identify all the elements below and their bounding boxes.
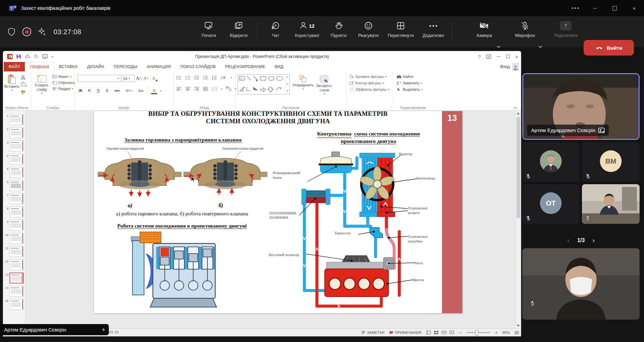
tab-insert[interactable]: ВСТАВКА	[54, 62, 82, 71]
mic-chevron-icon[interactable]	[538, 45, 543, 48]
arrange-button[interactable]: Упорядочить▾	[292, 75, 314, 91]
format-painter-icon[interactable]	[21, 90, 26, 95]
leave-button[interactable]: Вийти	[584, 40, 634, 56]
normal-view-icon[interactable]	[426, 330, 431, 335]
font-color-icon[interactable]: А	[151, 88, 157, 94]
tab-slideshow[interactable]: ПОКАЗ СЛАЙДОВ	[176, 62, 220, 71]
zoom-slider[interactable]	[466, 332, 490, 333]
react-button[interactable]: Реагувати	[354, 21, 383, 38]
justify-icon[interactable]	[203, 87, 208, 91]
slide-thumbnail[interactable]	[9, 259, 24, 270]
slide-thumbnail[interactable]	[9, 114, 24, 125]
italic-icon[interactable]: К	[86, 88, 92, 93]
zoom-level[interactable]: 85%	[502, 330, 510, 335]
columns-icon[interactable]	[212, 87, 218, 91]
numbering-icon[interactable]: 123	[185, 76, 190, 80]
participants-button[interactable]: 12 Користувачі	[290, 21, 324, 38]
participant-tile-2[interactable]: BM	[582, 142, 640, 182]
shape-fill-button[interactable]: Заливка фигуры▾	[349, 74, 389, 79]
participant-tile-4[interactable]	[582, 184, 640, 224]
add-icon[interactable]: +	[102, 326, 105, 334]
slide-canvas[interactable]: ВИБІР ТА ОБҐРУНТУВАННЯ КОНСТРУКТИВНОЇ СХ…	[94, 111, 462, 313]
slide-thumbnail-current[interactable]	[9, 273, 24, 283]
copy-icon[interactable]: ▾	[21, 82, 27, 88]
reading-view-icon[interactable]	[442, 330, 446, 335]
zoom-in-button[interactable]: +	[495, 330, 498, 335]
collapse-ribbon-icon[interactable]	[514, 107, 518, 109]
raise-hand-button[interactable]: Підняти	[324, 21, 354, 38]
ppt-close-button[interactable]: ×	[515, 54, 518, 60]
cut-icon[interactable]	[21, 75, 26, 80]
signin-link[interactable]: Вход	[500, 64, 510, 69]
change-case-icon[interactable]: Aa▾	[137, 88, 145, 93]
shapes-scroll[interactable]: ▴▾⇟	[285, 74, 289, 93]
mic-button[interactable]: Мікрофон	[510, 21, 540, 38]
slide-thumbnail[interactable]	[9, 207, 24, 217]
more-actions-button[interactable]: Додатково	[418, 21, 448, 38]
text-shadow-icon[interactable]: S	[104, 88, 110, 93]
slide-thumbnail[interactable]	[9, 154, 24, 165]
text-direction-icon[interactable]: A	[220, 76, 227, 80]
tab-animations[interactable]: АНИМАЦИЯ	[142, 62, 176, 71]
start-presenting-button[interactable]: Почати	[194, 21, 224, 38]
window-minimize-button[interactable]	[585, 0, 605, 16]
participant-tile-masked[interactable]	[522, 248, 640, 320]
shrink-font-icon[interactable]: A˅	[143, 76, 149, 81]
shapes-gallery[interactable]: A	[238, 74, 290, 94]
paste-button[interactable]: Вставить▾	[5, 74, 19, 92]
ppt-restore-button[interactable]	[506, 54, 510, 59]
tab-review[interactable]: РЕЦЕНЗИРОВАНИЕ	[220, 62, 270, 71]
window-more-icon[interactable]	[565, 0, 585, 16]
page-next-icon[interactable]: ›	[592, 237, 595, 244]
slide-thumbnail[interactable]	[9, 141, 24, 151]
help-icon[interactable]: ?	[478, 54, 481, 59]
slide-thumbnail[interactable]	[9, 286, 24, 297]
indent-decrease-icon[interactable]	[194, 76, 199, 80]
shape-outline-button[interactable]: Контур фигуры▾	[349, 81, 389, 85]
ribbon-display-icon[interactable]	[486, 55, 491, 59]
slide-thumbnails-panel[interactable]: 1 2 3 4 5 6 7 8 9 10 11 12 13 14 15	[3, 111, 25, 328]
zoom-out-button[interactable]: −	[459, 330, 462, 335]
bullets-icon[interactable]	[176, 76, 182, 80]
account-avatar[interactable]	[512, 63, 519, 70]
slide-thumbnail[interactable]	[9, 220, 24, 231]
ppt-minimize-button[interactable]	[497, 57, 501, 57]
bold-icon[interactable]: Ж	[78, 88, 83, 93]
notes-button[interactable]: ЗАМЕТКИ	[361, 330, 385, 335]
presenter-name-bar[interactable]: Артем Едуардович Сєвєрін +	[0, 324, 109, 335]
grow-font-icon[interactable]: A˄	[136, 76, 142, 81]
reset-button[interactable]: Сбросить	[52, 81, 75, 85]
char-spacing-icon[interactable]: AV▾	[125, 88, 134, 92]
section-button[interactable]: Раздел▾	[52, 87, 75, 91]
font-name-input[interactable]: ▾	[78, 75, 120, 82]
tab-view[interactable]: ВИД	[270, 62, 288, 71]
clear-formatting-icon[interactable]: A◢	[152, 76, 158, 82]
slideshow-view-icon[interactable]	[449, 330, 454, 335]
underline-icon[interactable]: Ч	[95, 88, 101, 93]
slide-thumbnail[interactable]	[9, 299, 24, 310]
camera-button[interactable]: Камера	[469, 21, 499, 38]
tab-file[interactable]: ФАЙЛ	[4, 62, 25, 71]
slide-sorter-icon[interactable]	[434, 330, 439, 335]
replace-button[interactable]: abacЗаменить▾	[397, 81, 423, 85]
slide-thumbnail[interactable]	[9, 233, 24, 244]
indent-increase-icon[interactable]	[203, 76, 208, 80]
window-maximize-button[interactable]	[605, 0, 624, 16]
vertical-scrollbar[interactable]	[516, 111, 521, 328]
slide-thumbnail[interactable]	[9, 246, 24, 257]
slide-thumbnail[interactable]	[9, 193, 24, 204]
slide-thumbnail[interactable]	[9, 180, 24, 191]
line-spacing-icon[interactable]	[212, 76, 217, 80]
shape-effects-button[interactable]: Эффекты фигуры▾	[349, 87, 389, 91]
window-close-button[interactable]: ×	[624, 0, 644, 16]
chat-button[interactable]: Чат	[261, 21, 290, 38]
tab-home[interactable]: ГЛАВНАЯ	[25, 62, 54, 71]
fit-to-window-icon[interactable]	[515, 331, 519, 335]
sparkle-effects-icon[interactable]	[38, 27, 47, 36]
slide-thumbnail[interactable]	[9, 127, 24, 138]
align-center-icon[interactable]	[185, 87, 190, 91]
camera-chevron-icon[interactable]	[496, 45, 501, 48]
find-button[interactable]: Найти	[397, 74, 423, 79]
view-button[interactable]: Переглянути	[383, 21, 418, 38]
smartart-icon[interactable]	[226, 86, 232, 91]
